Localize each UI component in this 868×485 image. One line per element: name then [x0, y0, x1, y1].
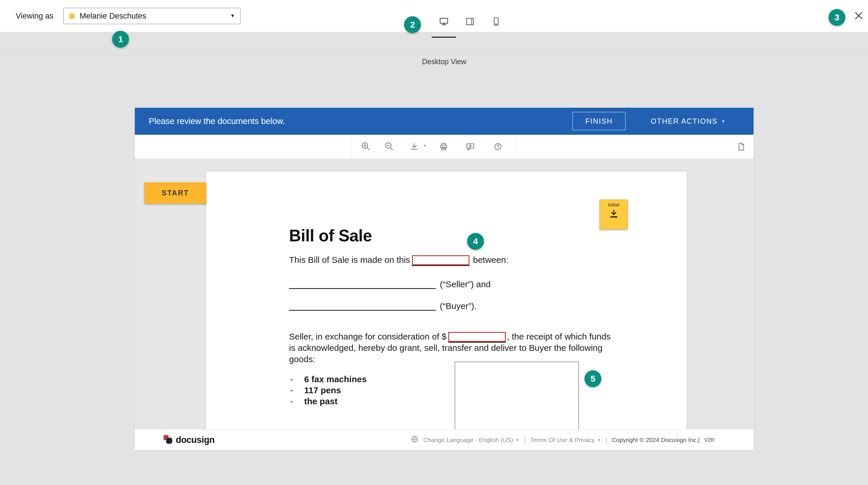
consideration-prefix: Seller, in exchange for consideration of…: [289, 332, 446, 341]
divider-line: [0, 55, 868, 55]
docusign-logo: docusign: [163, 429, 215, 450]
footer-links: Change Language - English (US) ▼ | Terms…: [411, 429, 714, 450]
goods-item-text: 117 pens: [304, 385, 341, 396]
version-text: V2R: [704, 437, 714, 443]
finish-button[interactable]: FINISH: [572, 112, 626, 130]
seller-suffix: (“Seller”) and: [440, 280, 491, 289]
list-item: - 6 fax machines: [289, 374, 367, 385]
document-page: Initial Bill of Sale This Bill of Sale i…: [206, 171, 687, 429]
footer-divider: |: [524, 437, 525, 444]
start-tab[interactable]: START: [144, 183, 206, 203]
consideration-line-2: is acknowledged, hereby do grant, sell, …: [289, 342, 611, 353]
docusign-wordmark: docusign: [176, 435, 215, 445]
active-tab-indicator: [432, 37, 456, 38]
terms-privacy-label: Terms Of Use & Privacy: [530, 437, 595, 444]
toolbar-divider: [517, 135, 517, 159]
seller-blank: [289, 280, 436, 289]
buyer-line: (“Buyer”).: [289, 301, 477, 311]
mobile-icon: [490, 16, 502, 29]
list-item: - the past: [289, 396, 367, 407]
buyer-blank: [289, 301, 436, 311]
initial-tab-label: Initial: [608, 202, 620, 208]
annotation-badge-3: 3: [829, 9, 845, 26]
list-dash: -: [290, 396, 304, 407]
toolbar-divider: [351, 135, 351, 159]
footer-bar: docusign Change Language - English (US) …: [135, 429, 753, 450]
intro-suffix: between:: [473, 255, 508, 265]
docusign-logo-mark: [163, 434, 173, 446]
banner-message: Please review the documents below.: [149, 117, 285, 126]
goods-item-text: the past: [304, 396, 338, 407]
help-icon[interactable]: ?: [491, 140, 505, 154]
initial-arrow-icon: [608, 208, 620, 221]
chevron-down-icon: ▼: [230, 13, 235, 19]
document-title: Bill of Sale: [289, 226, 372, 245]
footer-divider: |: [606, 437, 607, 444]
text-field-box[interactable]: [455, 362, 579, 429]
desktop-view-label: Desktop View: [135, 58, 753, 66]
amount-field[interactable]: [448, 332, 506, 342]
top-bar: Viewing as Melanie Deschutes ▼: [0, 0, 868, 32]
other-actions-label: OTHER ACTIONS: [651, 117, 717, 126]
other-actions-menu[interactable]: OTHER ACTIONS ▼: [651, 108, 726, 135]
annotation-badge-4: 4: [467, 233, 484, 250]
page-thumbnails-icon[interactable]: [734, 140, 748, 154]
close-icon[interactable]: [851, 8, 866, 23]
initial-tab[interactable]: Initial: [599, 199, 628, 229]
tab-desktop-view[interactable]: [435, 13, 453, 31]
chevron-down-icon: ▼: [721, 119, 726, 124]
desktop-icon: [438, 16, 450, 29]
zoom-in-icon[interactable]: [359, 140, 373, 154]
goods-item-text: 6 fax machines: [304, 374, 367, 385]
review-banner: Please review the documents below. FINIS…: [135, 108, 753, 135]
viewing-as-label: Viewing as: [16, 0, 54, 32]
list-dash: -: [290, 385, 304, 396]
list-item: - 117 pens: [289, 385, 367, 396]
annotation-badge-5: 5: [585, 370, 601, 387]
change-language-label: Change Language - English (US): [423, 437, 513, 444]
goods-list: - 6 fax machines - 117 pens - the past: [289, 374, 367, 407]
viewer-dropdown[interactable]: Melanie Deschutes ▼: [63, 8, 241, 24]
print-icon[interactable]: [437, 140, 451, 154]
recipient-color-dot: [69, 13, 75, 19]
date-field[interactable]: [412, 255, 469, 265]
tablet-icon: [464, 16, 476, 29]
change-language-link[interactable]: Change Language - English (US) ▼: [423, 437, 519, 444]
document-toolbar: ▼ ?: [135, 135, 753, 159]
viewer-name: Melanie Deschutes: [80, 11, 147, 21]
comment-icon[interactable]: [463, 140, 477, 154]
intro-prefix: This Bill of Sale is made on this: [289, 255, 410, 265]
globe-icon: [411, 435, 418, 445]
chevron-down-icon: ▼: [515, 438, 519, 442]
svg-text:?: ?: [496, 144, 499, 149]
consideration-line-1: Seller, in exchange for consideration of…: [289, 331, 611, 342]
buyer-suffix: (“Buyer”).: [440, 301, 477, 311]
list-dash: -: [290, 374, 304, 385]
envelope-frame: Please review the documents below. FINIS…: [135, 108, 753, 450]
terms-privacy-link[interactable]: Terms Of Use & Privacy ▼: [530, 437, 601, 444]
tab-tablet-view[interactable]: [461, 13, 479, 31]
document-viewport: Initial Bill of Sale This Bill of Sale i…: [135, 159, 753, 429]
download-options-caret[interactable]: ▼: [423, 143, 427, 148]
download-icon[interactable]: [407, 140, 421, 154]
zoom-out-icon[interactable]: [382, 140, 397, 154]
consideration-paragraph: Seller, in exchange for consideration of…: [289, 331, 611, 365]
chevron-down-icon: ▼: [597, 438, 601, 442]
consideration-line1-rest: , the receipt of which funds: [507, 332, 611, 341]
device-view-tabs: [435, 13, 505, 31]
annotation-badge-2: 2: [404, 16, 421, 33]
tab-mobile-view[interactable]: [487, 13, 505, 31]
copyright-text: Copyright © 2024 Docusign Inc.|: [612, 437, 700, 444]
intro-line: This Bill of Sale is made on this betwee…: [289, 255, 508, 265]
annotation-badge-1: 1: [112, 31, 129, 47]
seller-line: (“Seller”) and: [289, 280, 491, 289]
screen: Viewing as Melanie Deschutes ▼: [0, 0, 868, 485]
